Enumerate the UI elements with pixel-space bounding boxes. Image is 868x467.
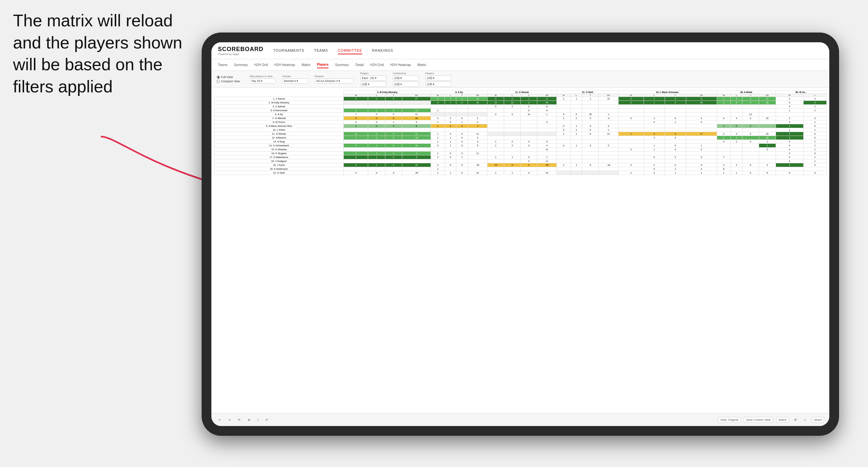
cell xyxy=(759,167,776,171)
region-all-select[interactable]: (All) ▾ xyxy=(360,82,386,87)
subnav-matrix2[interactable]: Matrix xyxy=(417,62,426,68)
cell: 0 xyxy=(385,136,402,140)
sub-l2: L xyxy=(444,94,456,97)
max-players-select[interactable]: Top 25 ▾ xyxy=(250,79,276,84)
cell xyxy=(521,167,537,171)
cell: 0 xyxy=(776,152,803,155)
conference-all-select[interactable]: (All) ▾ xyxy=(393,82,419,87)
share-button[interactable]: Share xyxy=(812,417,824,423)
cell: 2 xyxy=(444,117,456,120)
subnav-h2h-grid2[interactable]: H2H Grid xyxy=(370,62,384,68)
compact-view-option[interactable]: Compact View xyxy=(217,80,240,83)
expand-button[interactable]: ⤢ xyxy=(802,417,808,423)
cell: 1 xyxy=(385,120,402,124)
players-value: (All) xyxy=(427,76,432,80)
full-view-radio[interactable] xyxy=(217,75,220,79)
players-all-select[interactable]: (All) ▾ xyxy=(425,82,452,87)
nav-rankings[interactable]: RANKINGS xyxy=(372,47,393,54)
sub-l4: L xyxy=(570,94,582,97)
cell: 0 xyxy=(385,132,402,136)
cell: 0 xyxy=(521,159,537,163)
region-select[interactable]: East - DII ▾ xyxy=(360,75,386,81)
cell: 2 xyxy=(803,97,826,101)
cell: 1 xyxy=(686,171,717,175)
cell xyxy=(557,120,571,124)
cell: 1 xyxy=(557,117,571,120)
subnav-h2h-grid[interactable]: H2H Grid xyxy=(254,62,268,68)
cell xyxy=(456,113,468,117)
cell: 6 xyxy=(402,124,431,128)
cell: 2 xyxy=(431,117,445,120)
cell xyxy=(344,159,368,163)
nav-committee[interactable]: COMMITTEE xyxy=(338,47,362,54)
cell xyxy=(717,148,731,152)
cell xyxy=(686,108,717,113)
cell: 2 xyxy=(644,136,665,140)
cell xyxy=(537,167,557,171)
cell xyxy=(570,155,582,159)
subnav-h2h-heatmap[interactable]: H2H Heatmap xyxy=(275,62,295,68)
cell: 0 xyxy=(803,163,826,167)
subnav-h2h-heatmap2[interactable]: H2H Heatmap xyxy=(390,62,411,68)
sub-dif4: Dif xyxy=(599,94,618,97)
sub-dif5: Dif xyxy=(686,94,717,97)
cell xyxy=(504,132,521,136)
compact-view-radio[interactable] xyxy=(217,80,220,83)
cell xyxy=(582,105,599,108)
cell: 0 xyxy=(521,101,537,105)
redo-button[interactable]: ↪ xyxy=(226,417,233,423)
subnav-matrix[interactable]: Matrix xyxy=(302,62,310,68)
cell xyxy=(385,105,402,108)
division-select[interactable]: NCAA Division II ▾ xyxy=(315,79,354,84)
cell xyxy=(468,155,487,159)
refresh-button[interactable]: ⟳ xyxy=(236,417,243,423)
subnav-summary2[interactable]: Summary xyxy=(335,62,349,68)
cell xyxy=(557,167,571,171)
view-original-button[interactable]: View: Original xyxy=(718,417,741,423)
sub-t4: T xyxy=(582,94,599,97)
cell xyxy=(582,108,599,113)
conference-select[interactable]: (All) ▾ xyxy=(393,75,419,81)
cell xyxy=(504,159,521,163)
gender-select[interactable]: Women's ▾ xyxy=(282,79,308,84)
reset-button[interactable]: ↺ xyxy=(264,417,270,423)
cell: 2 xyxy=(431,167,445,171)
cell: 0 xyxy=(385,124,402,128)
cell xyxy=(431,113,445,117)
cell xyxy=(557,155,571,159)
sub-l6: L xyxy=(731,94,742,97)
cell: 2 xyxy=(557,163,571,167)
cell xyxy=(599,171,618,175)
matrix-content[interactable]: 2. M Kelly Mulcahy 6. A Dy 11. G Woods 2… xyxy=(211,88,829,413)
watch-button[interactable]: Watch xyxy=(776,417,789,423)
subnav-players[interactable]: Players xyxy=(317,61,329,68)
cell xyxy=(582,167,599,171)
cell xyxy=(344,140,368,144)
cell xyxy=(618,167,644,171)
cell: 11 xyxy=(468,152,487,155)
cell xyxy=(665,152,686,155)
full-view-option[interactable]: Full View xyxy=(217,75,240,79)
nav-teams[interactable]: TEAMS xyxy=(314,47,328,54)
cell xyxy=(537,132,557,136)
row-name-17: 17. D Ballesteros xyxy=(214,155,344,159)
save-custom-button[interactable]: Save Custom View xyxy=(744,417,773,423)
subnav-detail[interactable]: Detail xyxy=(355,62,364,68)
cell: 4 xyxy=(686,117,717,120)
zoom-in-button[interactable]: ⊕ xyxy=(246,417,252,423)
cell: 0 xyxy=(717,136,731,140)
cell: 0 xyxy=(456,144,468,148)
cell xyxy=(385,167,402,171)
cell xyxy=(582,171,599,175)
nav-tournaments[interactable]: TOURNAMENTS xyxy=(273,47,304,54)
cell: 1 xyxy=(686,144,717,148)
cell xyxy=(444,128,456,132)
players-select[interactable]: (All) ▾ xyxy=(425,75,452,81)
undo-button[interactable]: ↩ xyxy=(217,417,223,423)
options-button[interactable]: ⚙ xyxy=(792,417,799,423)
cell: 3 xyxy=(803,171,826,175)
cell: 1 xyxy=(368,163,385,167)
subnav-teams[interactable]: Teams xyxy=(218,62,227,68)
subnav-summary[interactable]: Summary xyxy=(234,62,248,68)
cell: 1 xyxy=(431,136,445,140)
